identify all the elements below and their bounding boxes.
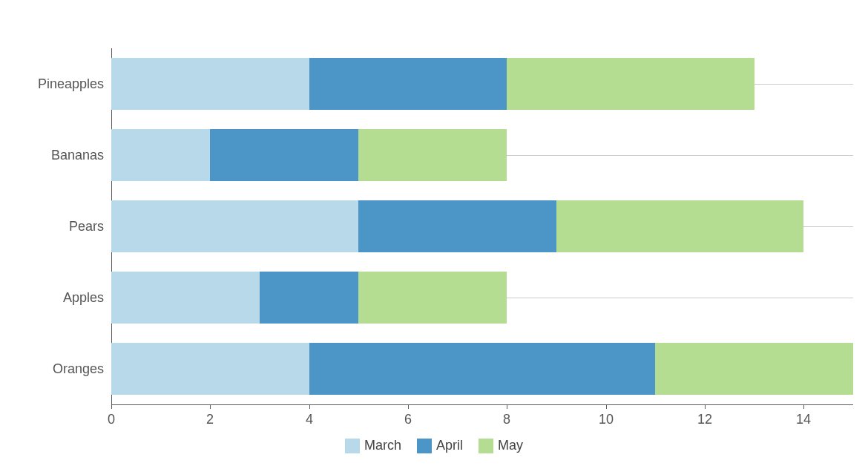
bar-segment [111, 58, 309, 110]
bar-segment [111, 129, 210, 181]
x-tick [111, 404, 112, 409]
x-axis-line [111, 404, 853, 405]
legend-item-april: April [417, 438, 463, 453]
legend-label: April [436, 438, 463, 453]
bar-segment [358, 129, 507, 181]
x-tick-label: 14 [789, 412, 818, 427]
bar-segment [210, 129, 358, 181]
bar-segment [358, 272, 507, 324]
legend-item-march: March [345, 438, 401, 453]
x-tick-label: 12 [690, 412, 720, 427]
legend-label: March [364, 438, 401, 453]
bar-segment [111, 200, 358, 252]
legend-swatch [479, 439, 493, 453]
x-tick [803, 404, 804, 409]
x-tick [408, 404, 409, 409]
y-tick-label: Bananas [15, 148, 104, 163]
legend-swatch [417, 439, 432, 453]
legend-label: May [498, 438, 523, 453]
bar-segment [507, 58, 754, 110]
y-tick-label: Pears [15, 219, 104, 234]
x-tick [210, 404, 211, 409]
x-tick-label: 6 [393, 412, 423, 427]
bar-segment [358, 200, 556, 252]
stacked-bar-chart: Pineapples Bananas Pears Apples Oranges … [0, 0, 868, 466]
x-tick-label: 8 [492, 412, 522, 427]
bar-segment [111, 272, 260, 324]
bar-segment [260, 272, 358, 324]
legend: March April May [0, 438, 868, 457]
bar-segment [309, 58, 507, 110]
x-tick [606, 404, 607, 409]
y-tick-label: Pineapples [15, 76, 104, 92]
y-tick-label: Oranges [15, 361, 104, 377]
bar-segment [111, 343, 309, 395]
legend-swatch [345, 439, 360, 453]
x-tick [705, 404, 706, 409]
bar-segment [309, 343, 656, 395]
x-tick-label: 4 [295, 412, 324, 427]
y-tick-label: Apples [15, 290, 104, 306]
x-tick [309, 404, 310, 409]
x-tick-label: 2 [195, 412, 225, 427]
x-tick-label: 0 [96, 412, 126, 427]
legend-item-may: May [479, 438, 523, 453]
bar-segment [655, 343, 853, 395]
plot-area [111, 48, 853, 404]
x-tick-label: 10 [591, 412, 621, 427]
x-tick [507, 404, 507, 409]
bar-segment [556, 200, 803, 252]
